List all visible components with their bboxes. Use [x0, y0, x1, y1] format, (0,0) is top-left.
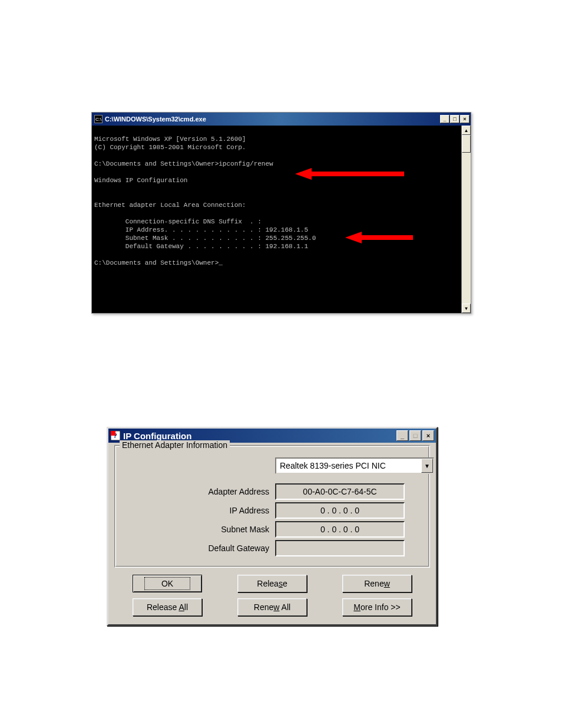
adapter-dropdown[interactable]: Realtek 8139-series PCI NIC ▼ [275, 457, 434, 474]
cmd-line: Ethernet adapter Local Area Connection: [94, 202, 246, 209]
field-row-adapter-address: Adapter Address 00-A0-0C-C7-64-5C [122, 483, 422, 500]
maximize-button: □ [409, 430, 421, 441]
dropdown-arrow-icon[interactable]: ▼ [421, 459, 433, 473]
scroll-track[interactable] [462, 153, 471, 304]
cmd-window: C:\ C:\WINDOWS\System32\cmd.exe _ □ × Mi… [91, 112, 471, 314]
minimize-button[interactable]: _ [440, 115, 449, 123]
svg-marker-0 [295, 168, 404, 180]
cmd-output[interactable]: Microsoft Windows XP [Version 5.1.2600] … [92, 126, 461, 313]
cmd-icon: C:\ [94, 115, 103, 123]
subnet-mask-value: 0 . 0 . 0 . 0 [275, 521, 405, 538]
default-gateway-label: Default Gateway [122, 543, 275, 553]
button-row-2: Release All Renew All More Info >> [114, 598, 430, 616]
ip-address-label: IP Address [122, 506, 275, 515]
svg-rect-4 [111, 431, 115, 436]
field-row-subnet-mask: Subnet Mask 0 . 0 . 0 . 0 [122, 521, 422, 538]
cmd-line: (C) Copyright 1985-2001 Microsoft Corp. [94, 144, 246, 151]
cmd-titlebar[interactable]: C:\ C:\WINDOWS\System32\cmd.exe _ □ × [92, 113, 471, 126]
renew-button[interactable]: Renew [342, 575, 412, 592]
close-button[interactable]: × [460, 115, 470, 123]
ip-address-value: 0 . 0 . 0 . 0 [275, 502, 405, 519]
cmd-line: Subnet Mask . . . . . . . . . . . : 255.… [94, 235, 316, 242]
field-row-ip-address: IP Address 0 . 0 . 0 . 0 [122, 502, 422, 519]
cmd-line: IP Address. . . . . . . . . . . . : 192.… [94, 226, 308, 233]
field-row-default-gateway: Default Gateway [122, 540, 422, 556]
close-button[interactable]: × [422, 430, 434, 441]
default-gateway-value [275, 540, 405, 556]
renew-all-button[interactable]: Renew All [237, 598, 307, 616]
cmd-line: Connection-specific DNS Suffix . : [94, 218, 262, 225]
cmd-line: C:\Documents and Settings\Owner>_ [94, 259, 223, 266]
vertical-scrollbar[interactable]: ▲ ▼ [461, 126, 471, 313]
button-row-1: OK Release Renew [114, 575, 430, 592]
red-arrow-annotation [295, 150, 407, 162]
release-all-button[interactable]: Release All [133, 598, 202, 616]
release-button[interactable]: Release [237, 575, 307, 592]
ok-button[interactable]: OK [133, 575, 202, 592]
adapter-address-label: Adapter Address [122, 487, 275, 496]
adapter-selected-text: Realtek 8139-series PCI NIC [276, 461, 421, 470]
cmd-line: Microsoft Windows XP [Version 5.1.2600] [94, 136, 246, 143]
more-info-button[interactable]: More Info >> [342, 598, 412, 616]
subnet-mask-label: Subnet Mask [122, 525, 275, 534]
adapter-groupbox: Ethernet Adapter Information Realtek 813… [114, 445, 430, 568]
scroll-thumb[interactable] [462, 135, 471, 153]
cmd-title-text: C:\WINDOWS\System32\cmd.exe [105, 116, 440, 123]
cmd-line: C:\Documents and Settings\Owner>ipconfig… [94, 160, 273, 167]
scroll-up-button[interactable]: ▲ [462, 126, 471, 135]
cmd-line: Windows IP Configuration [94, 177, 187, 184]
minimize-button[interactable]: _ [396, 430, 408, 441]
red-arrow-annotation [345, 214, 416, 226]
ip-config-window: ? IP Configuration _ □ × Ethernet Adapte… [107, 427, 438, 626]
maximize-button[interactable]: □ [450, 115, 459, 123]
scroll-down-button[interactable]: ▼ [462, 304, 471, 313]
groupbox-label: Ethernet Adapter Information [120, 440, 230, 450]
svg-marker-1 [345, 232, 413, 243]
ipcfg-title-text: IP Configuration [123, 431, 396, 441]
cmd-line: Default Gateway . . . . . . . . . : 192.… [94, 243, 308, 250]
adapter-address-value: 00-A0-0C-C7-64-5C [275, 483, 405, 500]
ipcfg-icon: ? [111, 431, 120, 440]
